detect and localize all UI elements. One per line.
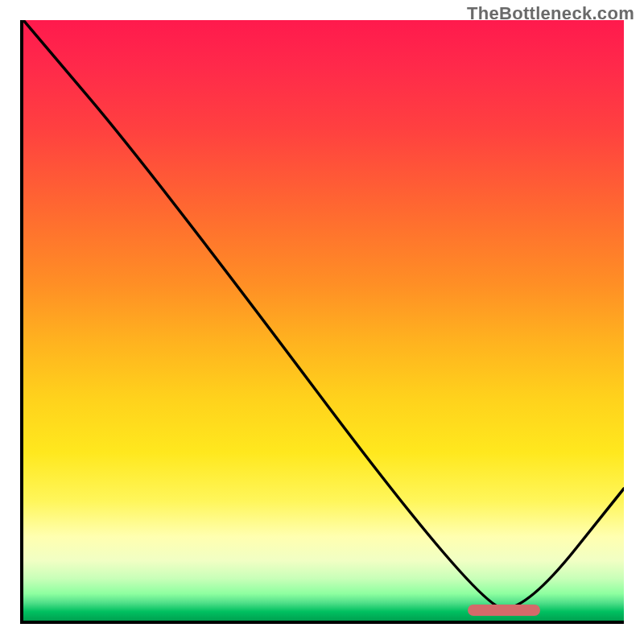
optimal-range-marker bbox=[468, 605, 540, 616]
chart-plot-area bbox=[20, 20, 624, 624]
bottleneck-curve-line bbox=[23, 20, 624, 621]
watermark-text: TheBottleneck.com bbox=[467, 3, 634, 24]
